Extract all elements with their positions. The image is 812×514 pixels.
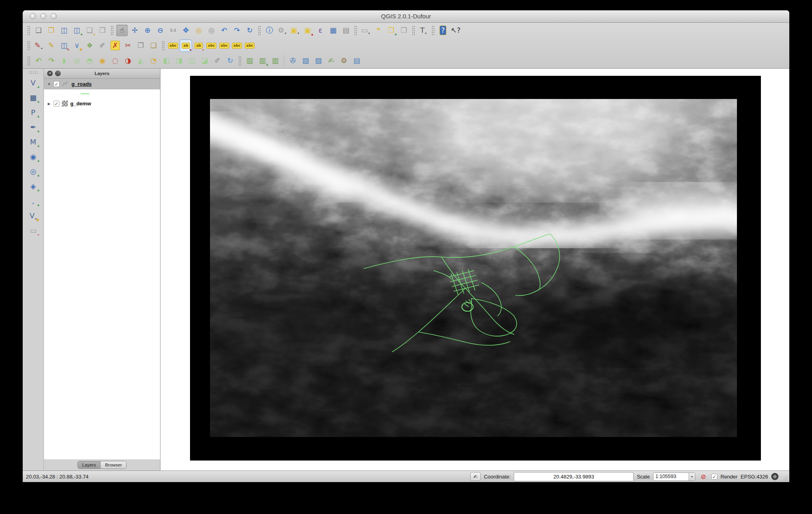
- add-postgis-layer-icon[interactable]: P+: [27, 107, 40, 119]
- move-label-icon[interactable]: abc: [218, 40, 230, 51]
- zoom-to-selection-icon[interactable]: ◎: [193, 25, 204, 36]
- split-parts-icon[interactable]: ◨: [173, 55, 185, 67]
- new-project-icon[interactable]: ❏: [33, 25, 44, 36]
- layer-symbology-item[interactable]: [44, 89, 160, 98]
- rotate-feature-icon[interactable]: ↻: [224, 55, 236, 67]
- select-features-icon[interactable]: ▣▾: [289, 25, 301, 36]
- select-by-expression-icon[interactable]: ε: [315, 25, 326, 36]
- grass-display-region-icon[interactable]: ▧: [300, 55, 311, 67]
- coordinate-input[interactable]: [514, 472, 634, 481]
- grass-close-mapset-icon[interactable]: ▥: [269, 55, 281, 67]
- copy-features-icon[interactable]: ❐: [135, 40, 147, 51]
- grass-tools-icon[interactable]: ⚙: [338, 55, 350, 67]
- zoom-out-icon[interactable]: ⊖: [154, 25, 166, 36]
- window-resize-grip[interactable]: [782, 475, 788, 481]
- add-part-icon[interactable]: ◓: [84, 55, 95, 67]
- zoom-in-icon[interactable]: ⊕: [142, 25, 153, 36]
- delete-part-icon[interactable]: ◑: [122, 55, 134, 67]
- delete-selected-icon[interactable]: ✗: [109, 40, 121, 51]
- new-bookmark-icon[interactable]: ❒+: [385, 25, 397, 36]
- save-project-icon[interactable]: ◫: [58, 25, 70, 36]
- rotate-label-icon[interactable]: abc: [231, 40, 243, 51]
- move-feature-icon[interactable]: ❖: [84, 40, 95, 51]
- grass-edit-vector-icon[interactable]: ✍: [325, 55, 337, 67]
- grass-open-tools-icon[interactable]: ✇: [287, 55, 299, 67]
- text-annotation-icon[interactable]: T▾: [418, 25, 429, 36]
- chevron-down-icon[interactable]: ▾: [41, 47, 43, 51]
- chevron-down-icon[interactable]: ▾: [285, 32, 286, 36]
- toggle-editing-icon[interactable]: ✎: [46, 40, 57, 51]
- redo-icon[interactable]: ↷: [46, 55, 57, 67]
- layer-item-g-roads[interactable]: ▼ ✓ g_roads: [44, 79, 160, 89]
- zoom-last-icon[interactable]: ↶: [218, 25, 230, 36]
- add-wfs-layer-icon[interactable]: ◈+: [27, 180, 40, 192]
- chevron-down-icon[interactable]: ▾: [425, 32, 426, 36]
- composer-manager-icon[interactable]: ❒: [97, 25, 108, 36]
- pan-to-selection-icon[interactable]: ✢: [129, 25, 141, 36]
- chevron-down-icon[interactable]: ▾: [298, 32, 299, 36]
- highlight-pinned-labels-icon[interactable]: ab●: [193, 40, 204, 51]
- offset-curve-icon[interactable]: ◔: [148, 55, 159, 67]
- open-project-icon[interactable]: ❐: [46, 25, 57, 36]
- grass-open-mapset-icon[interactable]: ▥: [244, 55, 255, 67]
- grass-region-toggle-icon[interactable]: ▤: [351, 55, 362, 67]
- add-mssql-layer-icon[interactable]: M+: [27, 136, 40, 148]
- measure-icon[interactable]: ▭▾: [360, 25, 371, 36]
- stop-rendering-icon[interactable]: ⊘: [699, 472, 708, 480]
- run-feature-action-icon[interactable]: ⚙▾: [276, 25, 288, 36]
- rotate-point-symbols-icon[interactable]: ✐: [212, 55, 223, 67]
- map-canvas[interactable]: [160, 69, 789, 471]
- current-edits-icon[interactable]: ✎▾: [33, 40, 44, 51]
- tab-browser[interactable]: Browser: [100, 461, 126, 469]
- field-calculator-icon[interactable]: ▤: [340, 25, 352, 36]
- node-tool-icon[interactable]: ✐: [97, 40, 108, 51]
- layer-name[interactable]: g_roads: [71, 81, 92, 87]
- grass-edit-region-icon[interactable]: ▨: [313, 55, 324, 67]
- zoom-to-layer-icon[interactable]: ◎: [206, 25, 217, 36]
- reshape-features-icon[interactable]: ◭: [135, 55, 147, 67]
- simplify-feature-icon[interactable]: ◗: [58, 55, 70, 67]
- layer-labeling-options-icon[interactable]: abc: [167, 40, 179, 51]
- help-contents-icon[interactable]: ?: [437, 25, 449, 36]
- whats-this-icon[interactable]: ↖?: [450, 25, 461, 36]
- layer-visibility-checkbox[interactable]: ✓: [53, 81, 59, 87]
- add-delimited-text-layer-icon[interactable]: ,+: [27, 195, 40, 207]
- scale-combobox[interactable]: 1:105593 ▾: [653, 472, 695, 481]
- pin-unpin-labels-icon[interactable]: ab●: [180, 40, 192, 51]
- save-layer-edits-icon[interactable]: ◫✎: [58, 40, 70, 51]
- deselect-features-icon[interactable]: ▣●: [302, 25, 313, 36]
- paste-features-icon[interactable]: ❑: [148, 40, 159, 51]
- toggle-extents-mouse-display-icon[interactable]: ✍: [470, 472, 481, 481]
- add-raster-layer-icon[interactable]: ▦+: [27, 92, 40, 104]
- undo-icon[interactable]: ↶: [33, 55, 44, 67]
- refresh-map-icon[interactable]: ↻: [244, 25, 255, 36]
- title-bar[interactable]: QGIS 2.0.1-Dufour: [23, 10, 789, 23]
- open-attribute-table-icon[interactable]: ▦: [327, 25, 339, 36]
- crs-status-icon[interactable]: ⊕: [771, 473, 778, 480]
- merge-feature-attributes-icon[interactable]: ◪: [199, 55, 210, 67]
- grass-new-mapset-icon[interactable]: ▥+: [257, 55, 268, 67]
- remove-layer-icon[interactable]: ▭−: [27, 225, 40, 237]
- map-tips-icon[interactable]: ❝: [372, 25, 384, 36]
- pan-map-icon[interactable]: ☝: [116, 25, 128, 36]
- expand-collapse-icon[interactable]: ▶: [47, 102, 51, 106]
- add-vector-layer-icon[interactable]: V+: [27, 77, 40, 89]
- fill-ring-icon[interactable]: ◉: [97, 55, 108, 67]
- save-project-as-icon[interactable]: ◫+: [71, 25, 83, 36]
- show-hide-labels-icon[interactable]: abc: [206, 40, 217, 51]
- merge-features-icon[interactable]: ◫: [186, 55, 198, 67]
- render-checkbox[interactable]: ✓: [711, 474, 717, 480]
- add-feature-icon[interactable]: ∨✱: [71, 40, 83, 51]
- layer-item-g-demw[interactable]: ▶ ✓ g_demw: [44, 98, 160, 109]
- new-print-composer-icon[interactable]: ❏+: [84, 25, 95, 36]
- show-bookmarks-icon[interactable]: ❒: [398, 25, 410, 36]
- tab-layers[interactable]: Layers: [78, 461, 101, 469]
- change-label-icon[interactable]: abc: [244, 40, 255, 51]
- delete-ring-icon[interactable]: ◌: [109, 55, 121, 67]
- zoom-next-icon[interactable]: ↷: [231, 25, 243, 36]
- cut-features-icon[interactable]: ✂: [122, 40, 134, 51]
- zoom-full-extent-icon[interactable]: ✥: [180, 25, 192, 36]
- add-wcs-layer-icon[interactable]: ◎+: [27, 166, 40, 178]
- split-features-icon[interactable]: ◧: [160, 55, 172, 67]
- expand-collapse-icon[interactable]: ▼: [47, 82, 51, 86]
